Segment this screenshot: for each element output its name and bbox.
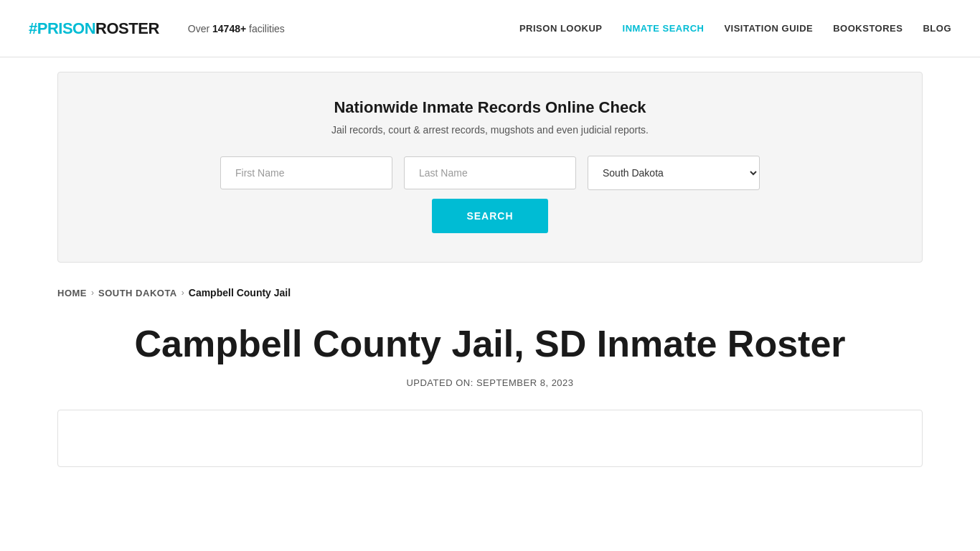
content-card (57, 410, 923, 467)
facilities-prefix: Over (188, 23, 212, 34)
nav-inmate-search[interactable]: INMATE SEARCH (623, 23, 705, 34)
page-title: Campbell County Jail, SD Inmate Roster (57, 323, 923, 366)
site-header: #PRISONROSTER Over 14748+ facilities PRI… (0, 0, 980, 57)
breadcrumb-chevron-2: › (182, 288, 184, 298)
search-button-row: SEARCH (87, 193, 893, 233)
search-banner-subtitle: Jail records, court & arrest records, mu… (87, 124, 893, 136)
breadcrumb-home[interactable]: Home (57, 288, 87, 298)
search-banner: Nationwide Inmate Records Online Check J… (57, 72, 923, 263)
main-content: Campbell County Jail, SD Inmate Roster U… (0, 309, 980, 496)
search-button[interactable]: SEARCH (432, 199, 547, 233)
search-form: South Dakota Alabama Alaska Arizona Arka… (87, 156, 893, 190)
search-banner-title: Nationwide Inmate Records Online Check (87, 98, 893, 117)
logo-roster: ROSTER (95, 19, 159, 38)
facilities-count-text: Over 14748+ facilities (188, 23, 285, 34)
last-name-input[interactable] (404, 156, 576, 189)
logo-hash: # (29, 19, 37, 38)
nav-visitation-guide[interactable]: VISITATION GUIDE (724, 23, 813, 34)
breadcrumb: Home › South Dakota › Campbell County Ja… (0, 277, 980, 309)
logo-prison: PRISON (37, 19, 95, 38)
breadcrumb-chevron-1: › (91, 288, 94, 298)
breadcrumb-state[interactable]: South Dakota (98, 288, 177, 298)
breadcrumb-current: Campbell County Jail (189, 287, 291, 298)
main-nav: PRISON LOOKUP INMATE SEARCH VISITATION G… (519, 23, 951, 34)
site-logo[interactable]: #PRISONROSTER (29, 19, 159, 38)
first-name-input[interactable] (220, 156, 392, 189)
facilities-number: 14748+ (212, 23, 246, 34)
state-select[interactable]: South Dakota Alabama Alaska Arizona Arka… (588, 156, 760, 190)
nav-prison-lookup[interactable]: PRISON LOOKUP (519, 23, 603, 34)
updated-date: UPDATED ON: SEPTEMBER 8, 2023 (57, 377, 923, 388)
nav-blog[interactable]: BLOG (923, 23, 951, 34)
facilities-suffix: facilities (246, 23, 285, 34)
nav-bookstores[interactable]: BOOKSTORES (833, 23, 903, 34)
